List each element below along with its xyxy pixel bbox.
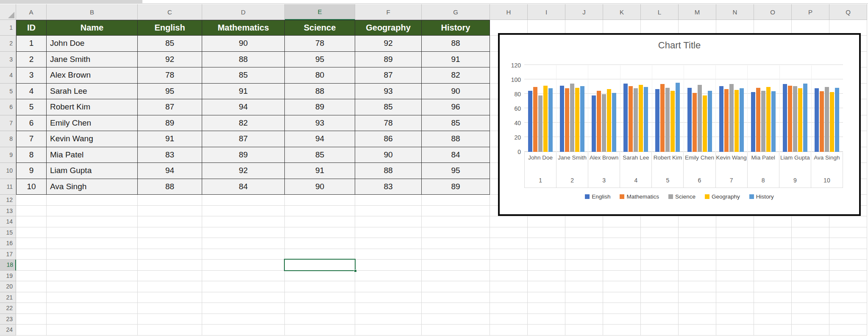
cell-G6[interactable]: 96 [422, 99, 490, 115]
cell-G22[interactable] [422, 303, 490, 314]
cell-H14[interactable] [490, 216, 528, 227]
cell-Q18[interactable] [829, 260, 867, 271]
bar-geography-2[interactable] [575, 88, 579, 152]
cell-N22[interactable] [716, 303, 754, 314]
cell-H20[interactable] [490, 281, 528, 292]
row-header-22[interactable]: 22 [0, 303, 16, 314]
cell-B21[interactable] [47, 292, 138, 303]
cell-G1[interactable]: History [422, 20, 490, 36]
cell-H23[interactable] [490, 314, 528, 325]
bar-geography-6[interactable] [703, 95, 707, 152]
bar-science-4[interactable] [634, 88, 638, 152]
selected-cell-box[interactable] [284, 259, 356, 271]
cell-C6[interactable]: 87 [138, 99, 202, 115]
cell-A22[interactable] [16, 303, 47, 314]
bar-mathematics-3[interactable] [597, 91, 601, 152]
cell-E16[interactable] [285, 238, 355, 249]
cell-K15[interactable] [603, 227, 641, 238]
select-all-corner[interactable] [0, 4, 16, 20]
cell-G17[interactable] [422, 249, 490, 260]
cell-A16[interactable] [16, 238, 47, 249]
column-header-G[interactable]: G [422, 4, 490, 20]
cell-D11[interactable]: 84 [202, 179, 285, 195]
cell-F13[interactable] [355, 206, 422, 217]
cell-N17[interactable] [716, 249, 754, 260]
cell-F12[interactable] [355, 195, 422, 206]
cell-B11[interactable]: Ava Singh [47, 179, 138, 195]
cell-L17[interactable] [641, 249, 679, 260]
column-header-O[interactable]: O [754, 4, 792, 20]
bar-mathematics-6[interactable] [693, 93, 697, 152]
cell-F23[interactable] [355, 314, 422, 325]
cell-E7[interactable]: 93 [285, 115, 355, 132]
cell-O14[interactable] [754, 216, 792, 227]
bar-mathematics-8[interactable] [756, 88, 760, 152]
cell-G5[interactable]: 90 [422, 84, 490, 100]
cell-F9[interactable]: 90 [355, 147, 422, 163]
cell-F18[interactable] [355, 260, 422, 271]
cell-A8[interactable]: 7 [16, 131, 47, 147]
row-header-6[interactable]: 6 [0, 99, 16, 115]
cell-J22[interactable] [565, 303, 603, 314]
cell-B10[interactable]: Liam Gupta [47, 163, 138, 179]
cell-D21[interactable] [202, 292, 285, 303]
cell-E8[interactable]: 94 [285, 131, 355, 147]
column-header-C[interactable]: C [138, 4, 202, 20]
cell-A10[interactable]: 9 [16, 163, 47, 179]
cell-O21[interactable] [754, 292, 792, 303]
cell-D15[interactable] [202, 227, 285, 238]
bar-english-6[interactable] [687, 88, 692, 152]
cell-O18[interactable] [754, 260, 792, 271]
cell-B18[interactable] [47, 260, 138, 271]
cell-M23[interactable] [679, 314, 716, 325]
cell-D7[interactable]: 82 [202, 115, 285, 132]
bar-english-7[interactable] [719, 86, 723, 152]
legend-item-mathematics[interactable]: Mathematics [620, 193, 659, 200]
bar-history-2[interactable] [580, 86, 584, 152]
cell-D16[interactable] [202, 238, 285, 249]
bar-mathematics-4[interactable] [629, 86, 633, 152]
cell-K17[interactable] [603, 249, 641, 260]
cell-C7[interactable]: 89 [138, 115, 202, 132]
cell-C11[interactable]: 88 [138, 179, 202, 195]
cell-Q14[interactable] [829, 216, 867, 227]
cell-O22[interactable] [754, 303, 792, 314]
bar-science-7[interactable] [729, 84, 734, 152]
cell-H19[interactable] [490, 271, 528, 282]
bar-history-10[interactable] [835, 88, 839, 152]
bar-history-1[interactable] [548, 88, 553, 152]
cell-C10[interactable]: 94 [138, 163, 202, 179]
cell-C2[interactable]: 85 [138, 36, 202, 52]
cell-G23[interactable] [422, 314, 490, 325]
cell-C17[interactable] [138, 249, 202, 260]
bar-history-9[interactable] [803, 84, 807, 152]
cell-D4[interactable]: 85 [202, 67, 285, 84]
cell-F19[interactable] [355, 271, 422, 282]
row-header-13[interactable]: 13 [0, 206, 16, 217]
cell-I17[interactable] [528, 249, 565, 260]
cell-P15[interactable] [792, 227, 829, 238]
cell-E3[interactable]: 95 [285, 52, 355, 68]
cell-M22[interactable] [679, 303, 716, 314]
cell-L23[interactable] [641, 314, 679, 325]
cell-A13[interactable] [16, 206, 47, 217]
cell-N18[interactable] [716, 260, 754, 271]
cell-I21[interactable] [528, 292, 565, 303]
cell-G24[interactable] [422, 325, 490, 336]
cell-G11[interactable]: 89 [422, 179, 490, 195]
cell-M21[interactable] [679, 292, 716, 303]
cell-C3[interactable]: 92 [138, 52, 202, 68]
cell-Q15[interactable] [829, 227, 867, 238]
cell-E6[interactable]: 89 [285, 99, 355, 115]
cell-O16[interactable] [754, 238, 792, 249]
cell-L22[interactable] [641, 303, 679, 314]
cell-D6[interactable]: 94 [202, 99, 285, 115]
cell-M19[interactable] [679, 271, 716, 282]
cell-A20[interactable] [16, 281, 47, 292]
bar-history-5[interactable] [676, 83, 680, 152]
bar-geography-3[interactable] [607, 89, 611, 152]
cell-E1[interactable]: Science [285, 20, 355, 36]
row-header-14[interactable]: 14 [0, 216, 16, 227]
fill-handle[interactable] [354, 269, 357, 272]
cell-A7[interactable]: 6 [16, 115, 47, 132]
